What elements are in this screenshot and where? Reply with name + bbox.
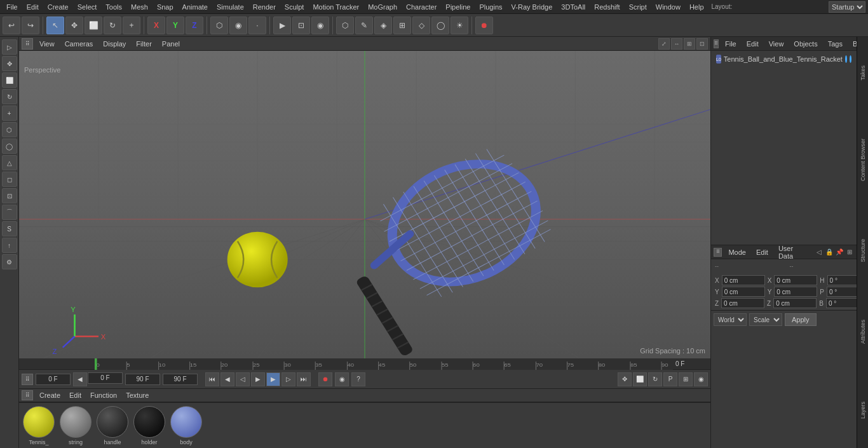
x-axis-button[interactable]: X xyxy=(147,17,165,34)
coord-y-pos-input[interactable] xyxy=(722,287,765,297)
step-forward-button[interactable]: ▶ xyxy=(251,372,265,386)
rotate-viewport-btn[interactable]: ↻ xyxy=(648,372,662,386)
move-tool-button[interactable]: ✥ xyxy=(65,17,83,34)
menu-sculpt[interactable]: Sculpt xyxy=(281,2,308,12)
material-item-holder[interactable]: holder xyxy=(133,406,165,445)
scale-dropdown[interactable]: Scale xyxy=(749,313,782,326)
viewport-canvas[interactable]: Perspective xyxy=(19,51,710,358)
play-forward-button[interactable]: ▶ xyxy=(266,372,280,386)
mat-menu-texture[interactable]: Texture xyxy=(123,390,151,400)
transform-tool-button[interactable]: + xyxy=(123,17,140,34)
record-auto-button[interactable]: ⏺ xyxy=(318,372,332,386)
step-back-button[interactable]: ◀ xyxy=(220,372,234,386)
z-axis-button[interactable]: Z xyxy=(186,17,203,34)
scale-tool-button[interactable]: ⬜ xyxy=(85,17,102,34)
viewport-menu-panel[interactable]: Panel xyxy=(158,39,184,49)
y-axis-button[interactable]: Y xyxy=(166,17,184,34)
menu-motion-tracker[interactable]: Motion Tracker xyxy=(309,2,363,12)
menu-3dtoall[interactable]: 3DToAll xyxy=(557,2,589,12)
deformer-button[interactable]: ⊞ xyxy=(393,17,411,34)
attr-lock-icon[interactable]: 🔒 xyxy=(825,248,834,257)
menu-vray[interactable]: V-Ray Bridge xyxy=(508,2,557,12)
menu-mograph[interactable]: MoGraph xyxy=(364,2,401,12)
sidebar-icon-7[interactable]: ◯ xyxy=(2,139,17,154)
obj-menu-file[interactable]: File xyxy=(721,39,740,49)
spline-button[interactable]: ✎ xyxy=(355,17,373,34)
menu-snap[interactable]: Snap xyxy=(153,2,177,12)
coord-b-input[interactable] xyxy=(826,298,861,308)
sidebar-icon-3[interactable]: ⬜ xyxy=(2,72,17,88)
frame-prev-btn[interactable]: ◀ xyxy=(73,372,87,386)
attr-menu-edit[interactable]: Edit xyxy=(752,247,772,257)
menu-redshift[interactable]: Redshift xyxy=(590,2,623,12)
obj-visibility-dot2[interactable] xyxy=(850,55,851,63)
undo-button[interactable]: ↩ xyxy=(3,17,20,34)
record-button[interactable]: ⏺ xyxy=(475,17,493,34)
attr-menu-mode[interactable]: Mode xyxy=(724,247,750,257)
menu-mesh[interactable]: Mesh xyxy=(127,2,152,12)
sidebar-icon-9[interactable]: ◻ xyxy=(2,172,17,187)
scene-button[interactable]: ◇ xyxy=(412,17,430,34)
sidebar-icon-5[interactable]: + xyxy=(2,105,17,121)
edge-mode-button[interactable]: ◉ xyxy=(229,17,247,34)
table-row[interactable]: L0 Tennis_Ball_and_Blue_Tennis_Racket xyxy=(714,53,854,65)
menu-tools[interactable]: Tools xyxy=(102,2,126,12)
tab-takes[interactable]: Takes xyxy=(858,63,867,83)
coord-z-rot-input[interactable] xyxy=(773,298,817,308)
select-tool-button[interactable]: ↖ xyxy=(46,17,64,34)
render-queue-button[interactable]: ◉ xyxy=(311,17,329,34)
mat-menu-function[interactable]: Function xyxy=(88,390,119,400)
point-snap-btn[interactable]: P xyxy=(663,372,677,386)
scale-viewport-btn[interactable]: ⬜ xyxy=(633,372,647,386)
attr-back-icon[interactable]: ◁ xyxy=(815,248,824,257)
coord-y-rot-input[interactable] xyxy=(774,287,817,297)
obj-menu-view[interactable]: View xyxy=(765,39,788,49)
world-dropdown[interactable]: World xyxy=(714,313,747,326)
start-frame-input[interactable] xyxy=(88,372,123,384)
grid-view-btn[interactable]: ⊞ xyxy=(679,372,693,386)
mat-menu-edit[interactable]: Edit xyxy=(67,390,84,400)
mat-menu-create[interactable]: Create xyxy=(37,390,63,400)
help-button[interactable]: ? xyxy=(351,372,365,386)
coord-x-rot-input[interactable] xyxy=(774,275,817,285)
layout-select[interactable]: Startup xyxy=(829,1,865,13)
cube-button[interactable]: ⬡ xyxy=(336,17,354,34)
camera-view-btn[interactable]: ◉ xyxy=(694,372,708,386)
object-mode-button[interactable]: ⬡ xyxy=(210,17,228,34)
menu-window[interactable]: Window xyxy=(652,2,684,12)
attr-menu-userdata[interactable]: User Data xyxy=(775,243,812,261)
camera-button[interactable]: ◯ xyxy=(431,17,449,34)
menu-pipeline[interactable]: Pipeline xyxy=(442,2,474,12)
coord-z-pos-input[interactable] xyxy=(721,298,764,308)
viewport-icon-1[interactable]: ⤢ xyxy=(658,38,670,50)
tab-attributes[interactable]: Attributes xyxy=(858,317,867,346)
redo-button[interactable]: ↪ xyxy=(22,17,39,34)
move-viewport-btn[interactable]: ✥ xyxy=(618,372,632,386)
material-item-string[interactable]: string xyxy=(60,406,92,445)
nurbs-button[interactable]: ◈ xyxy=(374,17,392,34)
menu-help[interactable]: Help xyxy=(686,2,708,12)
sidebar-icon-10[interactable]: ⊡ xyxy=(2,188,17,203)
tab-layers[interactable]: Layers xyxy=(858,399,867,421)
material-item-handle[interactable]: handle xyxy=(97,406,128,445)
play-back-button[interactable]: ◁ xyxy=(236,372,250,386)
sidebar-icon-12[interactable]: S xyxy=(2,221,17,236)
obj-menu-objects[interactable]: Objects xyxy=(790,39,821,49)
tab-structure[interactable]: Structure xyxy=(858,236,867,265)
light-button[interactable]: ☀ xyxy=(451,17,468,34)
viewport-icon-3[interactable]: ⊞ xyxy=(684,38,695,50)
sidebar-icon-4[interactable]: ↻ xyxy=(2,89,17,104)
goto-end-button[interactable]: ⏭ xyxy=(297,372,311,386)
coord-x-pos-input[interactable] xyxy=(722,275,765,285)
viewport-menu-filter[interactable]: Filter xyxy=(132,39,155,49)
point-mode-button[interactable]: · xyxy=(248,17,266,34)
menu-render[interactable]: Render xyxy=(249,2,280,12)
end-frame-input2[interactable] xyxy=(163,374,198,385)
attr-expand-icon[interactable]: ⊞ xyxy=(845,248,854,257)
sidebar-icon-2[interactable]: ✥ xyxy=(2,56,17,71)
viewport-menu-display[interactable]: Display xyxy=(99,39,130,49)
menu-character[interactable]: Character xyxy=(402,2,440,12)
rotate-tool-button[interactable]: ↻ xyxy=(104,17,121,34)
menu-edit[interactable]: Edit xyxy=(23,2,43,12)
viewport-menu-cameras[interactable]: Cameras xyxy=(61,39,97,49)
